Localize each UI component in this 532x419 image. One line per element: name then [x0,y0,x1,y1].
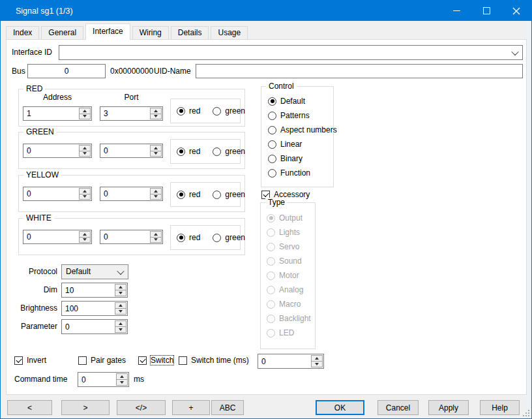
ok-button[interactable]: OK [316,400,364,415]
add-button[interactable]: + [172,400,210,415]
next-button[interactable]: > [61,400,110,415]
red-port-input[interactable] [100,107,149,120]
spin-up-button[interactable] [151,146,161,151]
help-button[interactable]: Help [480,400,520,415]
red-radio-red[interactable]: red [177,106,200,116]
minimize-icon [453,10,460,11]
group-title-green: GREEN [23,127,57,137]
green-radio-green[interactable]: green [213,147,245,156]
uid-name-input[interactable] [196,64,523,78]
radio-icon [268,126,276,134]
spin-down-icon [315,363,319,365]
tab-bar: Index General Interface Wiring Details U… [6,23,250,40]
resize-grip[interactable] [523,410,529,416]
tab-usage[interactable]: Usage [211,26,248,40]
radio-label: Linear [280,140,302,149]
spin-up-button[interactable] [80,108,90,114]
yellow-radio-green[interactable]: green [213,190,245,199]
protocol-dropdown-button[interactable] [113,265,128,279]
spin-up-button[interactable] [312,356,322,361]
control-radio-binary[interactable]: Binary [268,154,337,163]
tab-interface[interactable]: Interface [85,23,130,40]
control-radio-aspect-numbers[interactable]: Aspect numbers [268,125,337,134]
spin-up-button[interactable] [151,189,161,194]
green-color-radio-panel: red green [170,139,241,164]
spin-down-button[interactable] [151,114,161,119]
spin-up-button[interactable] [151,108,161,114]
spin-down-button[interactable] [80,114,90,119]
window-title: Signal sg1 (1/3) [16,7,73,16]
interface-id-dropdown-button[interactable] [508,46,522,59]
command-time-input[interactable] [78,373,115,386]
spin-up-button[interactable] [115,285,126,290]
spin-down-button[interactable] [117,379,127,385]
dim-input[interactable] [62,283,114,297]
spin-down-button[interactable] [115,290,126,296]
control-radio-function[interactable]: Function [268,168,337,178]
control-radio-patterns[interactable]: Patterns [268,111,337,120]
white-radio-green[interactable]: green [213,233,245,242]
tab-index[interactable]: Index [6,26,39,40]
white-address-spinner [23,230,92,244]
maximize-button[interactable] [471,1,501,21]
interface-id-input[interactable] [59,46,508,59]
code-button[interactable]: </> [117,400,166,415]
radio-icon [267,286,275,294]
spin-down-button[interactable] [312,361,322,367]
spin-down-button[interactable] [151,194,161,200]
yellow-address-input[interactable] [23,187,78,200]
control-radio-default[interactable]: Default [268,97,337,106]
close-button[interactable] [501,1,531,21]
radio-icon [268,140,276,149]
pair-gates-checkbox[interactable]: Pair gates [78,355,126,365]
bus-input[interactable] [27,64,106,78]
green-radio-red[interactable]: red [177,147,200,156]
switch-checkbox[interactable]: Switch [138,355,173,365]
yellow-radio-red[interactable]: red [177,190,200,199]
spin-down-button[interactable] [151,151,161,157]
minimize-button[interactable] [441,1,471,21]
spin-up-button[interactable] [80,146,90,151]
switch-time-spinner [258,354,324,369]
type-group-title: Type [265,198,288,208]
spin-down-button[interactable] [80,194,90,200]
abc-button[interactable]: ABC [211,400,244,415]
spin-down-button[interactable] [80,237,90,243]
yellow-port-input[interactable] [100,187,149,200]
parameter-input[interactable] [62,320,114,334]
tab-general[interactable]: General [41,26,83,40]
spin-down-button[interactable] [115,326,126,332]
spin-down-button[interactable] [151,237,161,243]
radio-icon [267,300,275,309]
prev-button[interactable]: < [7,400,52,415]
cancel-button[interactable]: Cancel [377,400,419,415]
brightness-input[interactable] [62,302,114,315]
protocol-combobox[interactable]: Default [61,264,128,279]
red-address-input[interactable] [23,107,78,120]
switch-time-input[interactable] [258,354,310,368]
switch-time-checkbox[interactable]: Switch time (ms) [179,355,249,365]
channel-group-red: RED Address Port red green [18,89,245,127]
white-radio-red[interactable]: red [177,233,200,242]
spin-up-button[interactable] [115,321,126,326]
spin-up-button[interactable] [80,189,90,194]
control-options: Default Patterns Aspect numbers Linear B… [268,97,337,178]
green-address-input[interactable] [23,144,78,157]
spin-up-button[interactable] [80,232,90,237]
spin-up-button[interactable] [115,303,126,308]
spin-up-button[interactable] [151,232,161,237]
spin-down-button[interactable] [115,308,126,314]
white-port-input[interactable] [100,230,149,243]
tab-details[interactable]: Details [171,26,209,40]
white-address-input[interactable] [23,230,78,243]
apply-button[interactable]: Apply [428,400,469,415]
spin-down-button[interactable] [80,151,90,157]
tab-wiring[interactable]: Wiring [132,26,169,40]
red-radio-green[interactable]: green [213,106,245,116]
green-port-input[interactable] [100,144,149,157]
spin-up-button[interactable] [117,374,127,379]
invert-checkbox[interactable]: Invert [14,355,46,365]
pair-gates-label: Pair gates [91,356,126,365]
control-radio-linear[interactable]: Linear [268,140,337,149]
radio-label: Output [279,213,303,223]
